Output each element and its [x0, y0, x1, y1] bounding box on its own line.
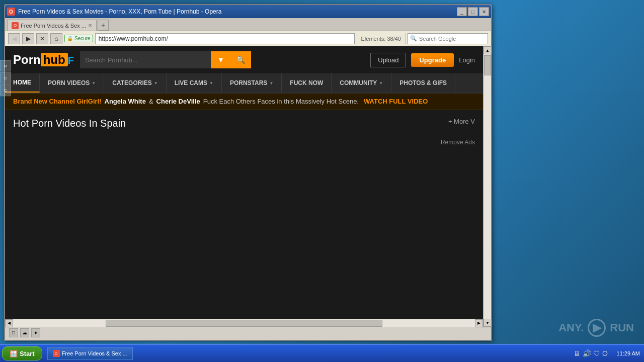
desktop: O Free Porn Videos & Sex Movies - Porno,… — [0, 0, 644, 362]
nav-pornstars[interactable]: PORNSTARS ▼ — [222, 73, 282, 93]
title-bar: O Free Porn Videos & Sex Movies - Porno,… — [5, 5, 491, 18]
close-button[interactable]: ✕ — [479, 7, 489, 16]
taskbar-items: O Free Porn Videos & Sex ... — [47, 347, 570, 360]
start-icon: 🪟 — [10, 350, 18, 357]
browser-window: O Free Porn Videos & Sex Movies - Porno,… — [4, 4, 492, 341]
nav-live-cams[interactable]: LIVE CAMS ▼ — [167, 73, 222, 93]
header-actions: Upload Upgrade Login — [370, 53, 475, 67]
watermark-run: RUN — [610, 321, 634, 334]
tab-bar: O Free Porn Videos & Sex ... ✕ + — [5, 18, 491, 31]
tray-shield-icon: 🛡 — [593, 349, 600, 357]
pornstars-arrow: ▼ — [269, 81, 273, 85]
window-controls: _ □ ✕ — [457, 7, 489, 16]
banner-ampersand: & — [149, 98, 153, 105]
banner-name2: Cherie DeVille — [156, 98, 200, 105]
browser-tab[interactable]: O Free Porn Videos & Sex ... ✕ — [7, 20, 97, 31]
taskbar-favicon: O — [53, 350, 60, 357]
tray-opera-icon: O — [602, 349, 608, 357]
system-tray: 🖥 🔊 🛡 O 11:29 AM — [570, 349, 644, 357]
tray-volume-icon: 🔊 — [583, 349, 591, 357]
scroll-right-button[interactable]: ▶ — [475, 319, 483, 327]
vertical-scrollbar[interactable]: ▲ ▼ — [483, 46, 491, 327]
community-arrow: ▼ — [379, 81, 383, 85]
side-icon-1: R — [0, 60, 11, 71]
nav-community[interactable]: COMMUNITY ▼ — [332, 73, 391, 93]
google-search-input[interactable] — [419, 36, 485, 42]
nav-porn-videos[interactable]: PORN VIDEOS ▼ — [40, 73, 104, 93]
reload-button[interactable]: ✕ — [36, 33, 48, 44]
porn-videos-arrow: ▼ — [92, 81, 96, 85]
watermark-text: ANY. — [558, 321, 584, 334]
anyrun-watermark: ANY. ▶ RUN — [558, 319, 634, 337]
scroll-down-button[interactable]: ▼ — [484, 319, 492, 327]
banner-name1: Angela White — [105, 98, 146, 105]
logo-porn: Porn — [13, 53, 41, 66]
back-button[interactable]: ◀ — [8, 33, 20, 44]
tray-network-icon: 🖥 — [574, 349, 581, 357]
elements-counter: Elements: 38/40 — [357, 33, 406, 44]
site-search-button[interactable]: ▼ — [211, 51, 231, 68]
status-icons: □ ☁ ♦ — [9, 328, 40, 337]
maximize-button[interactable]: □ — [468, 7, 478, 16]
login-link[interactable]: Login — [459, 56, 475, 64]
categories-arrow: ▼ — [154, 81, 158, 85]
upgrade-button[interactable]: Upgrade — [411, 53, 454, 67]
google-search-bar[interactable]: 🔍 — [408, 33, 488, 44]
window-title: Free Porn Videos & Sex Movies - Porno, X… — [18, 8, 457, 15]
promo-banner: Brand New Channel GirlGirl! Angela White… — [5, 94, 483, 110]
new-tab-button[interactable]: + — [98, 20, 109, 31]
site-header: PornhubF ▼ 🔍 Upload Upgrade Login — [5, 46, 483, 73]
page-content: PornhubF ▼ 🔍 Upload Upgrade Login — [5, 46, 483, 319]
remove-ads-container: Remove Ads — [13, 137, 475, 146]
minimize-button[interactable]: _ — [457, 7, 467, 16]
browser-favicon: O — [7, 8, 15, 16]
scroll-track — [484, 54, 491, 319]
status-icon-1: □ — [9, 328, 18, 337]
secure-label: Secure — [74, 36, 91, 41]
upload-button[interactable]: Upload — [370, 53, 406, 67]
search-icon: 🔍 — [410, 35, 417, 42]
tab-close-button[interactable]: ✕ — [88, 23, 92, 28]
h-scroll-thumb[interactable] — [106, 320, 383, 327]
section-header: + More V Hot Porn Videos In Spain — [13, 118, 475, 129]
start-button[interactable]: 🪟 Start — [2, 346, 42, 360]
address-bar[interactable]: https://www.pornhub.com/ — [95, 33, 355, 44]
nav-photos-gifs[interactable]: PHOTOS & GIFS — [391, 73, 455, 93]
more-videos-link[interactable]: + More V — [448, 118, 475, 125]
lock-icon: 🔒 — [67, 36, 73, 41]
banner-description: Fuck Each Others Faces in this Massively… — [203, 98, 359, 105]
site-logo: PornhubF — [13, 53, 74, 67]
site-navigation: HOME PORN VIDEOS ▼ CATEGORIES ▼ LIVE CAM… — [5, 73, 483, 94]
left-side-panel: R C C — [0, 60, 11, 97]
side-icon-2: C — [0, 72, 11, 83]
scroll-thumb[interactable] — [484, 55, 491, 75]
scroll-left-button[interactable]: ◀ — [5, 319, 13, 327]
taskbar: 🪟 Start O Free Porn Videos & Sex ... 🖥 🔊… — [0, 344, 644, 362]
status-bar: □ ☁ ♦ — [5, 327, 491, 338]
logo-f: F — [68, 55, 74, 66]
h-scroll-track — [13, 319, 475, 327]
taskbar-browser-item[interactable]: O Free Porn Videos & Sex ... — [47, 347, 133, 360]
scroll-up-button[interactable]: ▲ — [484, 46, 492, 54]
nav-bar: ◀ ▶ ✕ ⌂ 🔒 Secure https://www.pornhub.com… — [5, 31, 491, 46]
search-submit-button[interactable]: 🔍 — [231, 51, 251, 68]
status-icon-3: ♦ — [31, 328, 40, 337]
status-icon-2: ☁ — [20, 328, 29, 337]
forward-button[interactable]: ▶ — [22, 33, 34, 44]
nav-fuck-now[interactable]: FUCK NOW — [282, 73, 332, 93]
secure-badge: 🔒 Secure — [64, 35, 93, 42]
site-search-container: ▼ 🔍 — [80, 51, 251, 68]
banner-new-label: Brand New Channel GirlGirl! — [13, 98, 102, 105]
watermark-play-icon: ▶ — [588, 319, 606, 337]
banner-watch-button[interactable]: WATCH FULL VIDEO — [364, 98, 428, 105]
section-title: Hot Porn Videos In Spain — [13, 118, 475, 129]
home-nav-button[interactable]: ⌂ — [50, 33, 62, 44]
tab-favicon: O — [12, 22, 19, 29]
logo-hub: hub — [41, 53, 68, 66]
side-icon-3: C — [0, 84, 11, 96]
remove-ads-button[interactable]: Remove Ads — [441, 139, 475, 146]
horizontal-scrollbar[interactable]: ◀ ▶ — [5, 319, 483, 327]
nav-categories[interactable]: CATEGORIES ▼ — [104, 73, 166, 93]
main-content: + More V Hot Porn Videos In Spain Remove… — [5, 110, 483, 154]
site-search-input[interactable] — [80, 51, 211, 68]
